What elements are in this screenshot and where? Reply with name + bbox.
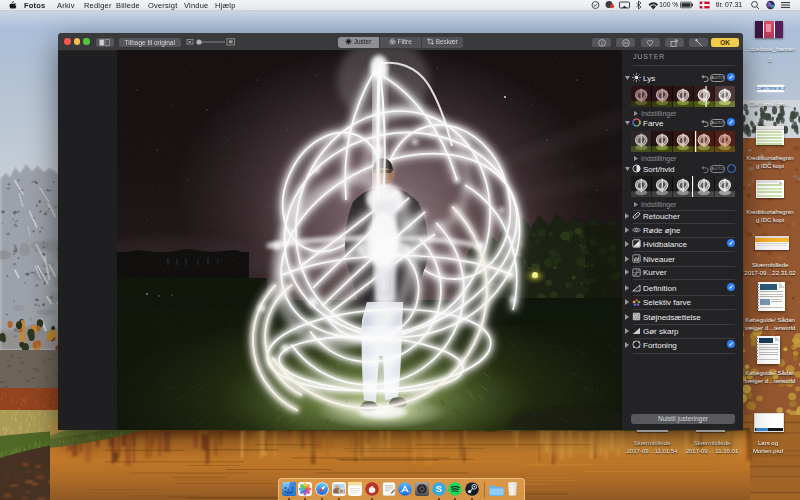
- svg-text:100 %: 100 %: [659, 1, 678, 8]
- svg-text:COMPUTERWORLD: COMPUTERWORLD: [756, 87, 785, 91]
- svg-text:S: S: [435, 484, 441, 495]
- svg-text:i: i: [601, 40, 603, 46]
- svg-text:tir. 07.31: tir. 07.31: [716, 1, 742, 8]
